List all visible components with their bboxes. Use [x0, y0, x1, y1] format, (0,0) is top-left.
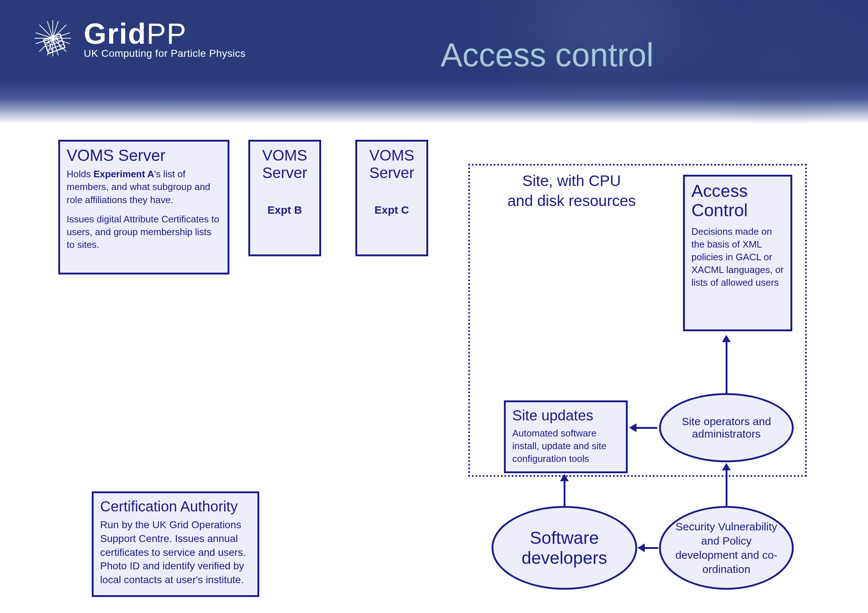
site-operators-label: Site operators and administrators: [661, 415, 792, 440]
ca-title: Certification Authority: [100, 498, 251, 514]
voms-b-sub: Expt B: [257, 204, 313, 216]
logo-light: PP: [146, 17, 187, 50]
logo-text: GridPP UK Computing for Particle Physics: [84, 17, 245, 59]
security-ellipse: Security Vulnerability and Policy develo…: [659, 506, 794, 590]
site-updates-title: Site updates: [512, 407, 619, 423]
voms-a-title: VOMS Server: [67, 147, 221, 164]
voms-c-sub: Expt C: [364, 204, 420, 216]
page-title: Access control: [440, 36, 654, 74]
voms-b-title: VOMS Server: [257, 147, 313, 182]
arrow-dev-to-updates: [564, 480, 566, 506]
logo-bold: Grid: [84, 17, 146, 50]
security-label: Security Vulnerability and Policy develo…: [661, 519, 792, 576]
ca-body: Run by the UK Grid Operations Support Ce…: [100, 518, 251, 587]
voms-a-body: Holds Experiment A's list of members, an…: [67, 168, 221, 251]
logo-subtitle: UK Computing for Particle Physics: [84, 48, 245, 59]
site-operators-ellipse: Site operators and administrators: [659, 393, 794, 462]
arrowhead-dev-to-updates: [560, 474, 569, 481]
software-developers-ellipse: Software developers: [491, 506, 637, 590]
access-control-box: Access Control Decisions made on the bas…: [683, 175, 792, 331]
arrowhead-sec-to-ops: [722, 463, 731, 470]
arrow-ops-to-access: [725, 342, 727, 393]
voms-server-c-box: VOMS Server Expt C: [355, 140, 428, 256]
voms-c-title: VOMS Server: [364, 147, 420, 182]
site-label: Site, with CPU and disk resources: [499, 171, 645, 211]
logo: GridPP UK Computing for Particle Physics: [29, 15, 245, 62]
voms-server-b-box: VOMS Server Expt B: [248, 140, 321, 256]
arrowhead-sec-to-dev: [637, 543, 645, 552]
voms-server-a-box: VOMS Server Holds Experiment A's list of…: [58, 140, 229, 274]
voms-a-p1a: Holds: [67, 169, 94, 180]
slide-header: GridPP UK Computing for Particle Physics…: [0, 0, 868, 124]
access-control-title: Access Control: [691, 182, 784, 220]
logo-main: GridPP: [84, 17, 245, 51]
arrowhead-ops-to-access: [722, 335, 731, 342]
arrowhead-ops-to-updates: [629, 423, 636, 432]
voms-a-bold: Experiment A: [94, 169, 154, 180]
certification-authority-box: Certification Authority Run by the UK Gr…: [92, 491, 259, 597]
arrow-sec-to-ops: [725, 470, 727, 506]
voms-a-p2: Issues digital Attribute Certificates to…: [67, 213, 221, 251]
site-updates-body: Automated software install, update and s…: [512, 427, 619, 465]
site-updates-box: Site updates Automated software install,…: [504, 401, 628, 473]
access-control-body: Decisions made on the basis of XML polic…: [691, 225, 784, 289]
logo-icon: [29, 15, 76, 62]
arrow-sec-to-dev: [644, 547, 658, 549]
software-developers-label: Software developers: [493, 528, 636, 568]
arrow-ops-to-updates: [636, 427, 657, 429]
